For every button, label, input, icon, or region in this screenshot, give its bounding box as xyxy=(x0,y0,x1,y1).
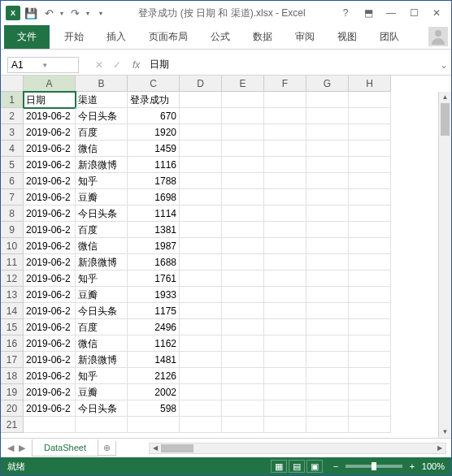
cell[interactable]: 2019-06-2 xyxy=(24,270,76,287)
cell[interactable] xyxy=(264,189,306,206)
redo-icon[interactable]: ↷ xyxy=(66,4,84,22)
cell[interactable] xyxy=(264,157,306,173)
cell[interactable]: 598 xyxy=(128,400,180,417)
cell[interactable] xyxy=(264,335,306,352)
cell[interactable] xyxy=(180,157,222,173)
cell[interactable]: 1987 xyxy=(128,238,180,254)
cell[interactable]: 2126 xyxy=(128,368,180,384)
cell[interactable] xyxy=(180,238,222,254)
cell[interactable] xyxy=(306,108,349,124)
cell[interactable]: 1162 xyxy=(128,335,180,352)
cell[interactable]: 今日头条 xyxy=(76,303,128,319)
cell[interactable] xyxy=(349,287,391,303)
cell[interactable] xyxy=(180,400,222,417)
cell[interactable] xyxy=(222,92,264,108)
cell[interactable] xyxy=(180,222,222,238)
view-pagelayout-icon[interactable]: ▤ xyxy=(289,460,305,473)
cell[interactable] xyxy=(222,270,264,287)
row-header[interactable]: 17 xyxy=(1,352,24,368)
cell[interactable] xyxy=(349,319,391,335)
cell[interactable] xyxy=(222,303,264,319)
grid[interactable]: ABCDEFGH1日期渠道登录成功22019-06-2今日头条67032019-… xyxy=(1,76,451,433)
cell[interactable] xyxy=(264,287,306,303)
col-header[interactable]: B xyxy=(76,76,128,92)
cell[interactable]: 2496 xyxy=(128,319,180,335)
cell[interactable] xyxy=(222,254,264,270)
cell[interactable] xyxy=(222,108,264,124)
zoom-in-icon[interactable]: + xyxy=(407,461,417,471)
scroll-up-icon[interactable]: ▲ xyxy=(439,92,451,103)
accept-formula-icon[interactable]: ✓ xyxy=(113,59,121,71)
cell[interactable] xyxy=(349,270,391,287)
cell[interactable] xyxy=(264,92,306,108)
col-header[interactable]: G xyxy=(306,76,349,92)
cell[interactable] xyxy=(349,238,391,254)
tab-insert[interactable]: 插入 xyxy=(95,25,137,49)
cell[interactable] xyxy=(180,189,222,206)
cell[interactable] xyxy=(128,417,180,433)
cell[interactable] xyxy=(264,108,306,124)
row-header[interactable]: 11 xyxy=(1,254,24,270)
row-header[interactable]: 13 xyxy=(1,287,24,303)
vscroll-thumb[interactable] xyxy=(441,103,450,136)
row-header[interactable]: 18 xyxy=(1,368,24,384)
cell[interactable] xyxy=(222,400,264,417)
row-header[interactable]: 16 xyxy=(1,335,24,352)
cell[interactable]: 1175 xyxy=(128,303,180,319)
cell[interactable] xyxy=(180,368,222,384)
cell[interactable]: 2019-06-2 xyxy=(24,157,76,173)
horizontal-scrollbar[interactable]: ◀ ▶ xyxy=(149,443,446,454)
cell[interactable] xyxy=(264,368,306,384)
cell[interactable]: 新浪微博 xyxy=(76,352,128,368)
hscroll-thumb[interactable] xyxy=(161,444,193,452)
cell[interactable] xyxy=(264,400,306,417)
cell[interactable]: 1114 xyxy=(128,206,180,222)
sheet-nav-prev-icon[interactable]: ◀ xyxy=(7,443,14,453)
cell[interactable]: 1381 xyxy=(128,222,180,238)
cell[interactable] xyxy=(222,157,264,173)
cell[interactable]: 2019-06-2 xyxy=(24,254,76,270)
user-avatar-icon[interactable] xyxy=(428,27,448,46)
cell[interactable] xyxy=(349,157,391,173)
cell[interactable] xyxy=(349,206,391,222)
zoom-out-icon[interactable]: − xyxy=(331,461,341,471)
cell[interactable]: 2019-06-2 xyxy=(24,368,76,384)
formula-expand-icon[interactable]: ⌄ xyxy=(437,59,451,71)
cell[interactable]: 1788 xyxy=(128,173,180,189)
cell[interactable] xyxy=(306,303,349,319)
cell[interactable]: 百度 xyxy=(76,124,128,141)
col-header[interactable]: D xyxy=(180,76,222,92)
cell[interactable]: 渠道 xyxy=(76,92,128,108)
cell[interactable]: 670 xyxy=(128,108,180,124)
help-icon[interactable]: ? xyxy=(334,4,357,22)
row-header[interactable]: 1 xyxy=(1,92,24,108)
cell[interactable] xyxy=(264,352,306,368)
cell[interactable] xyxy=(306,400,349,417)
cell[interactable]: 2019-06-2 xyxy=(24,352,76,368)
cell[interactable]: 登录成功 xyxy=(128,92,180,108)
cell[interactable] xyxy=(349,124,391,141)
col-header[interactable]: C xyxy=(128,76,180,92)
cell[interactable] xyxy=(222,352,264,368)
row-header[interactable]: 14 xyxy=(1,303,24,319)
cell[interactable]: 今日头条 xyxy=(76,400,128,417)
cell[interactable]: 2019-06-2 xyxy=(24,108,76,124)
cell[interactable]: 今日头条 xyxy=(76,206,128,222)
cell[interactable]: 2019-06-2 xyxy=(24,124,76,141)
cell[interactable] xyxy=(180,417,222,433)
cell[interactable] xyxy=(180,254,222,270)
cell[interactable]: 百度 xyxy=(76,222,128,238)
cell[interactable] xyxy=(306,222,349,238)
cell[interactable]: 微信 xyxy=(76,238,128,254)
cell[interactable] xyxy=(222,189,264,206)
cell[interactable] xyxy=(306,335,349,352)
cell[interactable] xyxy=(180,287,222,303)
vertical-scrollbar[interactable]: ▲ ▼ xyxy=(438,92,451,438)
cell[interactable] xyxy=(222,319,264,335)
cell[interactable]: 2019-06-2 xyxy=(24,173,76,189)
cell[interactable] xyxy=(306,368,349,384)
cell[interactable] xyxy=(180,303,222,319)
cell[interactable] xyxy=(264,384,306,400)
fx-label-icon[interactable]: fx xyxy=(133,59,140,71)
cell[interactable] xyxy=(349,400,391,417)
